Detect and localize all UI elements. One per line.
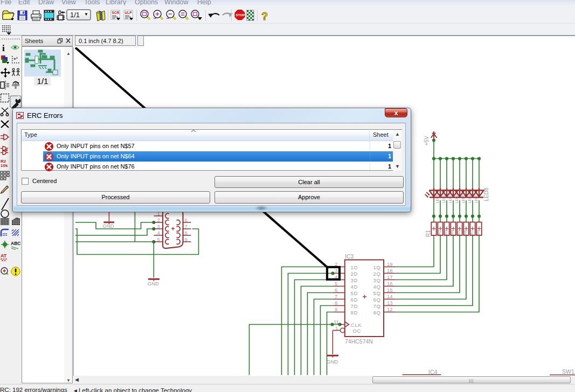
svg-text:13: 13: [387, 300, 393, 306]
svg-text:15: 15: [387, 287, 393, 293]
svg-text:9: 9: [335, 306, 337, 312]
svg-text:IC4: IC4: [428, 369, 438, 375]
svg-text:2: 2: [157, 217, 160, 223]
svg-text:2D: 2D: [351, 271, 358, 277]
svg-text:6: 6: [335, 287, 337, 293]
svg-text:?: ?: [261, 10, 268, 22]
svg-text:16: 16: [387, 281, 393, 286]
svg-text:4Q: 4Q: [373, 284, 381, 290]
svg-text:7: 7: [335, 293, 337, 299]
svg-text:R7: R7: [470, 230, 474, 235]
svg-text:7: 7: [185, 223, 188, 229]
svg-text:ABC: ABC: [11, 241, 20, 246]
svg-text:LED6: LED6: [468, 194, 472, 203]
svg-text:IC3: IC3: [345, 253, 354, 260]
svg-text:6: 6: [185, 217, 188, 223]
svg-text:3Q: 3Q: [373, 277, 381, 283]
svg-text:5D: 5D: [351, 290, 358, 296]
svg-text:7D: 7D: [351, 303, 358, 309]
svg-text:4D: 4D: [351, 284, 358, 290]
svg-text:AT: AT: [1, 253, 7, 258]
svg-text:LED7: LED7: [474, 194, 478, 203]
svg-text:8: 8: [185, 230, 188, 236]
svg-text:4: 4: [157, 230, 160, 236]
svg-text:LED3: LED3: [448, 194, 452, 203]
svg-text:R5: R5: [457, 230, 461, 235]
svg-text:R1: R1: [425, 230, 431, 237]
svg-text:CLK: CLK: [351, 322, 362, 328]
svg-text:3D: 3D: [351, 277, 358, 283]
svg-text:12: 12: [387, 306, 393, 312]
svg-text:R4: R4: [451, 230, 454, 235]
svg-text:6Q: 6Q: [373, 297, 381, 303]
svg-text:74HC574N: 74HC574N: [345, 338, 373, 345]
svg-text:+5V: +5V: [424, 136, 429, 145]
svg-text:10k: 10k: [1, 163, 8, 168]
svg-text:8: 8: [335, 300, 337, 306]
svg-text:3: 3: [335, 268, 337, 274]
svg-text:SW1: SW1: [562, 368, 574, 375]
svg-text:17: 17: [387, 274, 393, 280]
svg-text:STOP: STOP: [236, 13, 245, 17]
svg-text:R8: R8: [476, 230, 480, 235]
svg-text:8Q: 8Q: [373, 310, 381, 316]
svg-text:ULP: ULP: [125, 11, 133, 15]
svg-text:LED4: LED4: [455, 194, 459, 203]
svg-text:5: 5: [335, 281, 337, 286]
svg-text:+°: +°: [13, 57, 18, 61]
svg-text:OC: OC: [353, 328, 361, 334]
svg-text:1Q: 1Q: [373, 264, 381, 270]
svg-text:9: 9: [185, 236, 188, 242]
svg-text:19: 19: [387, 261, 393, 267]
svg-text:SCR: SCR: [112, 11, 120, 15]
svg-text:5Q: 5Q: [373, 290, 381, 296]
svg-text:R2: R2: [438, 230, 441, 235]
svg-text:7Q: 7Q: [373, 303, 381, 309]
svg-text:R3: R3: [444, 230, 448, 235]
svg-text:GND: GND: [102, 223, 114, 229]
svg-text:6D: 6D: [351, 297, 358, 303]
svg-text:LED2: LED2: [442, 194, 446, 203]
svg-text:LED8: LED8: [483, 187, 489, 201]
svg-text:LED5: LED5: [461, 194, 465, 203]
svg-text:GND: GND: [148, 281, 159, 286]
svg-text:i: i: [2, 43, 5, 53]
svg-text:R6: R6: [463, 230, 467, 235]
svg-text:1D: 1D: [351, 264, 358, 270]
svg-text:2Q: 2Q: [373, 271, 381, 277]
svg-text:8D: 8D: [351, 310, 358, 316]
svg-text:5: 5: [157, 236, 160, 242]
svg-text:11: 11: [334, 319, 339, 325]
svg-text:18: 18: [387, 268, 393, 274]
svg-text:14: 14: [387, 293, 393, 299]
svg-text:LED1: LED1: [435, 194, 439, 203]
svg-text:GND: GND: [327, 359, 338, 365]
svg-text:1: 1: [335, 325, 338, 331]
svg-text:3: 3: [157, 223, 160, 229]
